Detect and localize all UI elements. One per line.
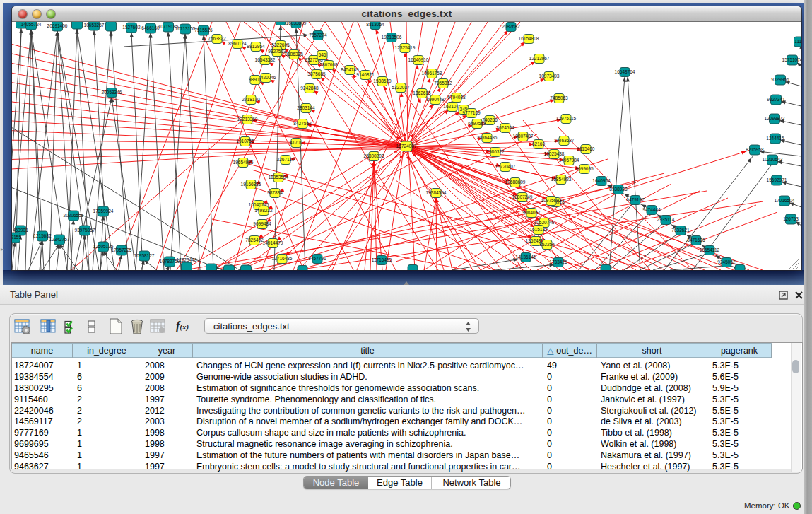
svg-text:98901: 98901: [249, 77, 261, 82]
svg-text:93975857: 93975857: [75, 228, 95, 233]
svg-text:453901: 453901: [13, 228, 28, 233]
svg-text:14957984: 14957984: [559, 158, 579, 163]
svg-text:19384554: 19384554: [426, 190, 447, 195]
svg-text:25300203: 25300203: [364, 153, 384, 158]
svg-text:2867608: 2867608: [319, 62, 338, 67]
svg-text:546: 546: [319, 52, 326, 57]
svg-text:20053346: 20053346: [102, 90, 122, 95]
svg-text:9099484: 9099484: [253, 221, 271, 226]
svg-text:12213369: 12213369: [237, 117, 258, 122]
svg-text:8912954: 8912954: [247, 44, 265, 49]
svg-text:12325419: 12325419: [395, 45, 416, 50]
svg-text:2718170: 2718170: [242, 97, 260, 102]
svg-text:2935114: 2935114: [657, 217, 675, 222]
svg-text:7986322: 7986322: [486, 149, 505, 154]
svg-text:19654985: 19654985: [233, 160, 254, 165]
svg-text:17957225: 17957225: [112, 247, 132, 252]
svg-text:12342757: 12342757: [49, 237, 70, 242]
svg-text:16640910: 16640910: [408, 57, 429, 62]
svg-text:10654112: 10654112: [700, 247, 720, 252]
svg-text:10025438: 10025438: [544, 151, 565, 156]
svg-text:9699695: 9699695: [575, 166, 594, 171]
svg-text:16543382: 16543382: [255, 57, 276, 62]
svg-text:3624554: 3624554: [496, 125, 514, 130]
svg-text:13716485: 13716485: [272, 256, 293, 261]
svg-text:8454749: 8454749: [341, 67, 359, 72]
svg-text:1588520: 1588520: [373, 78, 392, 83]
svg-text:1010755: 1010755: [236, 139, 254, 144]
svg-text:8215958: 8215958: [746, 147, 764, 152]
svg-text:5322037: 5322037: [392, 85, 410, 90]
svg-text:9242848: 9242848: [300, 86, 319, 90]
svg-text:9474444: 9474444: [642, 207, 661, 212]
svg-text:10958127: 10958127: [134, 253, 155, 258]
svg-text:12093872: 12093872: [765, 116, 785, 121]
svg-text:7485063: 7485063: [550, 95, 568, 100]
svg-text:1244415: 1244415: [766, 136, 784, 141]
svg-text:10463627: 10463627: [554, 138, 575, 143]
svg-text:1362615: 1362615: [413, 90, 431, 95]
svg-text:15751074: 15751074: [782, 57, 801, 62]
svg-text:17016504: 17016504: [775, 198, 795, 203]
svg-text:6497568: 6497568: [468, 121, 486, 126]
svg-text:5322605: 5322605: [271, 42, 290, 47]
svg-text:10975692: 10975692: [541, 198, 562, 203]
svg-text:9457791: 9457791: [308, 256, 326, 261]
svg-text:1527602: 1527602: [122, 25, 141, 30]
svg-text:12975115: 12975115: [556, 116, 577, 121]
svg-text:11716485: 11716485: [372, 257, 392, 262]
svg-text:41700: 41700: [290, 140, 302, 145]
svg-text:3267110: 3267110: [277, 157, 295, 162]
svg-text:18807249: 18807249: [512, 194, 533, 199]
svg-text:9245052: 9245052: [717, 259, 736, 264]
svg-text:6466160: 6466160: [141, 25, 160, 30]
svg-text:20364436: 20364436: [477, 135, 498, 140]
svg-text:9777169: 9777169: [462, 110, 481, 115]
svg-text:10807487: 10807487: [513, 134, 534, 139]
svg-text:1733426: 1733426: [549, 259, 567, 264]
svg-text:20691406: 20691406: [47, 23, 68, 28]
svg-text:15692971: 15692971: [767, 177, 787, 182]
svg-text:10688609: 10688609: [505, 180, 526, 185]
svg-text:9115460: 9115460: [577, 146, 595, 151]
svg-text:17359924: 17359924: [93, 209, 114, 214]
svg-text:8938928: 8938928: [609, 187, 628, 192]
svg-text:2087682: 2087682: [502, 24, 520, 29]
svg-text:20206555: 20206555: [64, 213, 84, 218]
svg-text:8960124: 8960124: [228, 41, 247, 46]
svg-text:587834: 587834: [267, 190, 283, 195]
svg-text:10973493: 10973493: [539, 74, 560, 78]
svg-text:9146821: 9146821: [356, 72, 375, 77]
svg-text:14136141: 14136141: [516, 255, 536, 259]
svg-text:8427552: 8427552: [293, 121, 312, 126]
svg-text:15720407: 15720407: [495, 164, 516, 169]
svg-text:1112: 1112: [794, 39, 801, 44]
svg-text:1498222: 1498222: [254, 208, 273, 213]
svg-text:19166825: 19166825: [241, 182, 261, 187]
svg-text:10961758: 10961758: [422, 71, 442, 76]
svg-text:12323448: 12323448: [177, 257, 197, 262]
svg-text:6479197: 6479197: [626, 197, 645, 202]
svg-text:9329966: 9329966: [771, 77, 789, 82]
svg-text:10520746: 10520746: [534, 220, 555, 225]
svg-text:1640954: 1640954: [592, 178, 611, 183]
svg-text:852254: 852254: [539, 242, 555, 247]
svg-text:8813054: 8813054: [366, 22, 384, 27]
svg-text:7663822: 7663822: [208, 36, 226, 41]
svg-text:12213967: 12213967: [529, 56, 550, 61]
svg-text:6794028: 6794028: [447, 95, 466, 100]
svg-text:16713155: 16713155: [175, 26, 196, 31]
svg-text:7632621: 7632621: [671, 228, 690, 233]
svg-text:14914479: 14914479: [263, 240, 283, 245]
svg-text:14055724: 14055724: [21, 22, 42, 27]
svg-text:12505135: 12505135: [93, 244, 114, 249]
svg-text:8990448: 8990448: [426, 97, 445, 102]
svg-text:9084067: 9084067: [522, 210, 541, 215]
svg-text:7515526: 7515526: [194, 28, 213, 33]
svg-text:1615132: 1615132: [529, 227, 548, 232]
svg-text:126753: 126753: [783, 216, 799, 221]
svg-text:16854923: 16854923: [551, 177, 572, 182]
svg-text:7955812: 7955812: [434, 81, 452, 86]
svg-text:19218506: 19218506: [382, 35, 402, 40]
svg-text:10653267: 10653267: [84, 23, 105, 28]
